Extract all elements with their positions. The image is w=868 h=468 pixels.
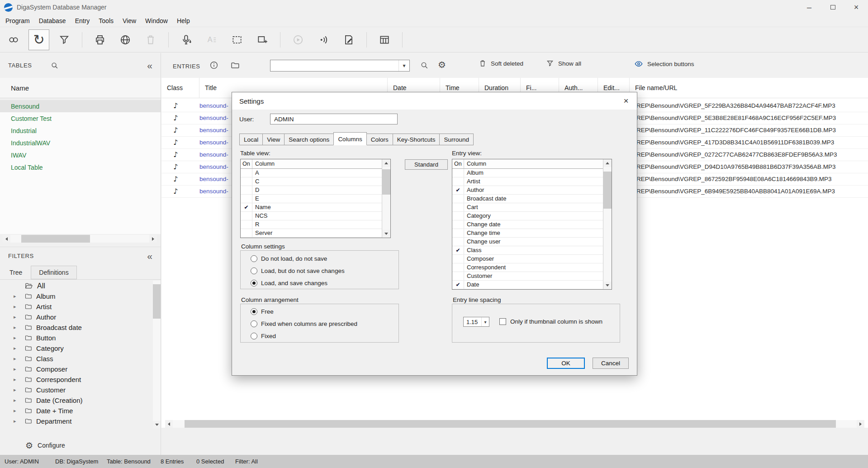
column-header-class[interactable]: Class <box>161 78 199 98</box>
tree-item[interactable]: ▸ Date + Time <box>0 406 161 416</box>
check-icon[interactable]: ✔ <box>452 246 464 254</box>
column-header-filename[interactable]: File name/URL <box>630 78 868 98</box>
menu-item[interactable]: Entry <box>71 15 95 26</box>
settings-tab[interactable]: Surround <box>439 134 474 145</box>
check-icon[interactable]: ✔ <box>452 186 464 194</box>
filters-tab[interactable]: Definitions <box>31 266 76 279</box>
column-option-row[interactable]: Category <box>452 212 603 220</box>
menu-item[interactable]: Tools <box>94 15 118 26</box>
check-icon[interactable] <box>452 272 464 280</box>
expand-arrow-icon[interactable]: ▸ <box>14 345 21 351</box>
standard-button[interactable]: Standard <box>405 159 448 170</box>
check-icon[interactable] <box>452 203 464 211</box>
maximize-button[interactable] <box>821 0 844 14</box>
entry-view-scrollbar[interactable] <box>603 159 612 289</box>
table-list-item[interactable]: IndustrialWAV <box>0 137 161 149</box>
column-column-header[interactable]: Column <box>252 159 382 168</box>
delete-tool-button[interactable] <box>140 29 161 50</box>
settings-tab[interactable]: View <box>262 134 285 145</box>
menu-item[interactable]: Database <box>34 15 71 26</box>
column-option-row[interactable]: Cart <box>452 203 603 212</box>
play-tool-button[interactable] <box>288 29 308 50</box>
check-icon[interactable] <box>241 195 252 203</box>
expand-arrow-icon[interactable]: ▸ <box>14 335 21 341</box>
scroll-down-button[interactable] <box>382 230 390 238</box>
settings-tab[interactable]: Key-Shortcuts <box>393 134 440 145</box>
settings-tab[interactable]: Columns <box>333 132 366 145</box>
radio-icon[interactable] <box>251 255 257 262</box>
expand-arrow-icon[interactable]: ▸ <box>14 314 21 320</box>
table-layout-tool-button[interactable] <box>374 29 395 50</box>
column-option-row[interactable]: Correspondent <box>452 263 603 272</box>
expand-arrow-icon[interactable]: ▸ <box>14 293 21 299</box>
tree-item-all[interactable]: All <box>0 281 161 291</box>
check-icon[interactable] <box>241 169 252 177</box>
scroll-up-button[interactable] <box>603 159 611 167</box>
web-tool-button[interactable] <box>115 29 136 50</box>
table-list-item[interactable]: Local Table <box>0 161 161 173</box>
expand-arrow-icon[interactable]: ▸ <box>14 377 21 382</box>
filters-vertical-scrollbar[interactable] <box>153 281 161 429</box>
show-all-toggle[interactable]: Show all <box>546 59 581 67</box>
table-list-item[interactable]: Bensound <box>0 100 161 112</box>
scrollbar-thumb[interactable] <box>382 169 390 195</box>
refresh-tool-button[interactable]: ↻ <box>28 29 49 50</box>
check-icon[interactable] <box>452 255 464 263</box>
column-option-row[interactable]: D <box>241 186 382 195</box>
print-tool-button[interactable] <box>90 29 110 50</box>
tree-item[interactable]: ▸ Composer <box>0 364 161 374</box>
table-search-button[interactable] <box>50 61 59 70</box>
tree-item[interactable]: ▸ Date (Creation) <box>0 395 161 406</box>
settings-tab[interactable]: Search options <box>284 134 334 145</box>
filters-tab[interactable]: Tree <box>2 266 30 279</box>
check-icon[interactable] <box>452 220 464 229</box>
tables-horizontal-scrollbar[interactable] <box>3 235 157 243</box>
column-option-row[interactable]: ✔ Author <box>452 186 603 195</box>
column-option-row[interactable]: ✔ Date <box>452 281 603 289</box>
check-icon[interactable] <box>241 212 252 220</box>
entries-horizontal-scrollbar[interactable] <box>165 420 864 428</box>
configure-button[interactable]: ⚙ Configure <box>25 439 65 452</box>
scroll-up-button[interactable] <box>382 159 390 167</box>
tree-item[interactable]: ▸ Album <box>0 291 161 301</box>
scrollbar-thumb[interactable] <box>185 420 836 428</box>
scroll-right-button[interactable] <box>149 235 157 243</box>
column-column-header[interactable]: Column <box>464 159 603 168</box>
scroll-left-button[interactable] <box>165 420 173 428</box>
entries-search-button[interactable] <box>420 61 429 70</box>
tree-item[interactable]: ▸ Department <box>0 416 161 426</box>
tree-item[interactable]: ▸ Button <box>0 333 161 343</box>
column-option-row[interactable]: NCS <box>241 212 382 220</box>
check-icon[interactable] <box>241 229 252 237</box>
edit-tool-button[interactable] <box>338 29 359 50</box>
table-list-item[interactable]: IWAV <box>0 149 161 161</box>
menu-item[interactable]: Program <box>1 15 34 26</box>
check-icon[interactable] <box>241 186 252 194</box>
marquee-tool-button[interactable] <box>227 29 247 50</box>
check-icon[interactable]: ✔ <box>452 281 464 289</box>
column-option-row[interactable]: Composer <box>452 255 603 263</box>
tree-item[interactable]: ▸ Customer <box>0 385 161 395</box>
scroll-down-button[interactable] <box>603 282 611 289</box>
radio-icon[interactable] <box>251 308 257 315</box>
text-tool-button[interactable]: A <box>201 29 222 50</box>
line-spacing-select[interactable]: 1.15 ▾ <box>463 317 489 327</box>
minimize-button[interactable]: – <box>797 0 821 14</box>
chevron-down-icon[interactable]: ▾ <box>398 60 409 71</box>
radio-option[interactable]: Fixed when columns are prescribed <box>241 318 398 330</box>
scrollbar-track[interactable] <box>10 235 149 243</box>
check-icon[interactable]: ✔ <box>241 203 252 211</box>
column-option-row[interactable]: Broadcast date <box>452 195 603 203</box>
thumbnail-checkbox[interactable] <box>499 318 506 325</box>
radio-option[interactable]: Do not load, do not save <box>241 253 398 265</box>
scrollbar-thumb[interactable] <box>153 284 161 319</box>
column-option-row[interactable]: ✔ Name <box>241 203 382 212</box>
radio-icon[interactable] <box>251 333 257 339</box>
scrollbar-thumb[interactable] <box>603 172 612 209</box>
expand-arrow-icon[interactable]: ▸ <box>14 397 21 403</box>
tree-item[interactable]: ▸ Correspondent <box>0 374 161 385</box>
expand-arrow-icon[interactable]: ▸ <box>14 304 21 310</box>
menu-item[interactable]: Help <box>172 15 194 26</box>
check-icon[interactable] <box>452 177 464 186</box>
menu-item[interactable]: Window <box>141 15 172 26</box>
